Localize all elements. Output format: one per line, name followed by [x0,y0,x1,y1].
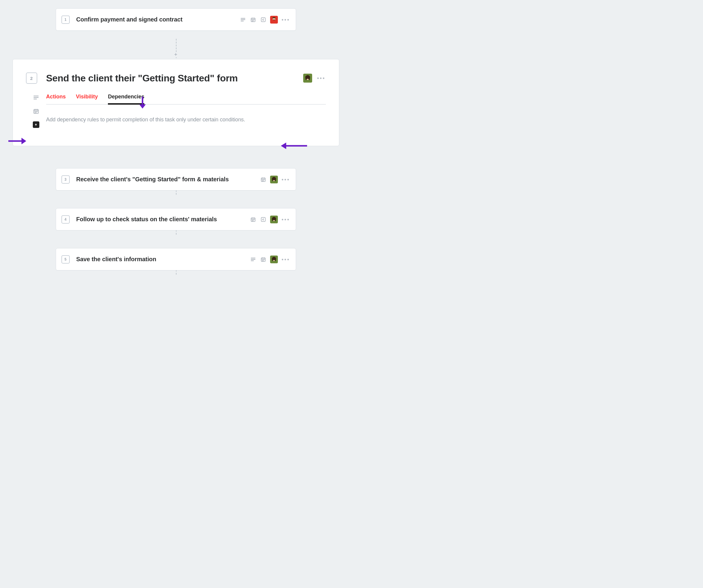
step-number-badge: 5 [61,255,70,264]
svg-marker-68 [139,104,146,108]
svg-point-35 [263,180,263,180]
svg-point-64 [263,261,263,261]
assignee-avatar[interactable] [270,175,278,183]
task-card[interactable]: 3 Receive the client's "Getting Started"… [56,168,296,191]
task-header: 2 Send the client their "Getting Started… [26,72,326,84]
more-menu-button[interactable]: ••• [282,216,290,223]
task-actions: ••• [240,16,290,23]
svg-rect-15 [272,20,276,23]
task-actions: ••• [250,255,290,263]
svg-point-36 [264,180,264,180]
more-menu-button[interactable]: ••• [282,16,290,23]
tab-actions[interactable]: Actions [46,94,66,104]
svg-point-26 [36,112,36,112]
svg-point-47 [254,220,254,220]
calendar-icon[interactable] [250,16,256,23]
svg-point-11 [253,21,253,21]
task-card-expanded: 2 Send the client their "Getting Started… [12,59,339,146]
workflow-canvas: + + + + 1 Confirm payment and signed con… [0,8,352,271]
calendar-icon[interactable] [260,176,266,183]
description-icon[interactable] [250,256,256,263]
assignee-avatar[interactable] [270,216,278,223]
calendar-icon[interactable] [32,107,40,115]
calendar-icon[interactable] [260,256,266,263]
task-title: Send the client their "Getting Started" … [46,73,303,84]
calendar-icon[interactable] [250,216,256,223]
dependencies-helper-text: Add dependency rules to permit completio… [46,117,326,123]
task-content: Actions Visibility Dependencies Add depe… [46,92,326,128]
svg-marker-70 [21,138,26,144]
assignee-avatar[interactable] [270,16,278,23]
task-actions: ••• [250,216,290,223]
more-menu-button[interactable]: ••• [317,75,326,81]
more-menu-button[interactable]: ••• [282,176,290,183]
svg-point-34 [262,180,262,180]
svg-point-8 [253,20,253,20]
task-side-tabs [26,92,46,128]
automation-icon[interactable] [33,121,40,128]
svg-point-49 [253,221,253,221]
task-card[interactable]: 4 Follow up to check status on the clien… [56,208,296,230]
annotation-arrow-down [139,97,146,108]
step-number-badge: 4 [61,215,70,224]
tab-visibility[interactable]: Visibility [76,94,98,104]
description-icon[interactable] [32,94,40,101]
svg-point-9 [254,20,254,20]
svg-marker-72 [281,143,286,149]
step-number-badge: 1 [61,15,70,24]
task-tabs: Actions Visibility Dependencies [46,92,326,105]
annotation-arrow-right [8,137,26,145]
more-menu-button[interactable]: ••• [282,256,290,263]
step-number-badge: 2 [26,72,37,84]
task-card[interactable]: 5 Save the client's information ••• [56,248,296,271]
automation-icon[interactable] [260,216,266,223]
svg-point-37 [262,181,262,181]
assignee-avatar[interactable] [270,255,278,263]
annotation-arrow-left [280,142,307,150]
task-actions: ••• [260,175,290,183]
svg-point-63 [262,261,262,261]
task-title: Confirm payment and signed contract [76,16,240,23]
task-title: Follow up to check status on the clients… [76,216,250,223]
task-header-actions: ••• [303,74,326,83]
svg-point-38 [263,181,263,181]
task-card[interactable]: 1 Confirm payment and signed contract ••… [56,8,296,31]
task-title: Receive the client's "Getting Started" f… [76,176,260,183]
task-title: Save the client's information [76,256,250,263]
automation-icon[interactable] [260,16,266,23]
svg-point-46 [253,220,253,220]
assignee-avatar[interactable] [303,74,312,83]
svg-point-25 [35,112,35,112]
step-number-badge: 3 [61,175,70,184]
description-icon[interactable] [240,16,246,23]
add-step-button[interactable]: + [173,52,178,57]
